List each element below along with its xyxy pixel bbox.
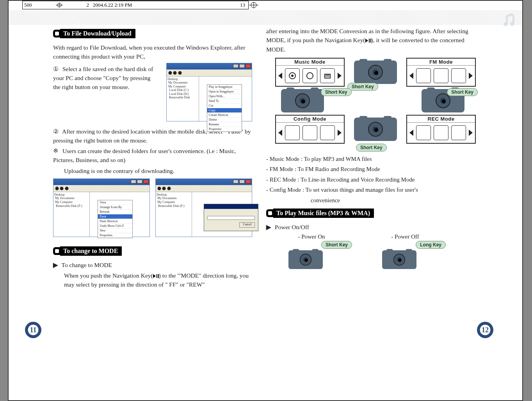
sub-heading-power: ▶ Power On/Off bbox=[266, 223, 473, 232]
device-illustration bbox=[354, 118, 397, 141]
device-illustration bbox=[288, 250, 323, 269]
shortkey-label: Short Key bbox=[321, 88, 352, 96]
shortkey-label: Short Key bbox=[356, 144, 387, 151]
play-pause-icon bbox=[153, 274, 159, 278]
gear-icon bbox=[416, 68, 431, 83]
mode-diagram: Music Mode FM Mode bbox=[266, 58, 485, 144]
triangle-bullet-icon: ▶ bbox=[53, 262, 58, 268]
cancel-button[interactable]: Cancel bbox=[239, 222, 255, 228]
numeral-2: ② bbox=[53, 127, 61, 136]
heading-bullet-icon bbox=[266, 209, 274, 217]
ctx-item[interactable]: Properties bbox=[207, 127, 242, 132]
radio-icon bbox=[320, 68, 335, 83]
device-illustration bbox=[354, 61, 397, 84]
longkey-label: Long Key bbox=[416, 241, 446, 249]
ctx-item[interactable]: Open in Songplayer bbox=[207, 89, 242, 94]
bullet-music: - Music Mode : To play MP3 and WMA files bbox=[266, 155, 473, 164]
ctx-item-highlight[interactable]: Paste bbox=[98, 214, 132, 219]
sub-heading-text: To change to MODE bbox=[62, 262, 112, 268]
dial-icon bbox=[368, 65, 383, 80]
power-diagram: - Power On Short Key - Power Off Long Ke… bbox=[272, 233, 473, 275]
next-icon bbox=[469, 130, 473, 136]
section-heading-play: To Play Music files (MP3 & WMA) bbox=[266, 209, 473, 218]
max-button[interactable] bbox=[239, 64, 245, 68]
section-title: To change to MODE bbox=[60, 246, 122, 256]
next-icon bbox=[338, 130, 342, 136]
ctx-item[interactable]: Properties bbox=[98, 233, 132, 238]
explorer-screenshot-copying: ⬤ ⬤ ⬤ Desktop My Documents My Computer R… bbox=[155, 178, 252, 237]
close-button[interactable] bbox=[246, 64, 251, 68]
mode-title: Config Mode bbox=[276, 116, 344, 123]
ctx-item[interactable]: Arrange Icons By bbox=[98, 205, 132, 210]
folder-tree: Desktop My Documents My Computer Local D… bbox=[167, 77, 199, 121]
ctx-item[interactable]: Delete bbox=[207, 118, 242, 122]
left-page: To File Download/Upload With regard to F… bbox=[22, 25, 252, 376]
play-pause-icon bbox=[365, 39, 371, 43]
header-page: 13 bbox=[240, 2, 245, 8]
device-illustration bbox=[281, 89, 324, 112]
header-timestamp: 2004.6.22 2:19 PM bbox=[93, 2, 132, 8]
print-header: 500 2 2004.6.22 2:19 PM 13 bbox=[22, 1, 249, 9]
ctx-item[interactable]: Create Shortcut bbox=[207, 113, 242, 118]
gear-icon bbox=[285, 68, 300, 83]
radio-icon bbox=[434, 68, 448, 83]
ctx-item[interactable]: Rename bbox=[207, 122, 242, 127]
prev-icon bbox=[409, 130, 413, 136]
shortkey-label: Short Key bbox=[347, 83, 378, 91]
page-number-right: 12 bbox=[477, 322, 493, 338]
step-1: ① Select a file saved on the hard disk o… bbox=[53, 64, 156, 92]
min-button[interactable] bbox=[233, 64, 238, 68]
svg-point-4 bbox=[307, 73, 313, 79]
section-title: To Play Music files (MP3 & WMA) bbox=[273, 209, 374, 218]
ctx-item[interactable]: Cut bbox=[207, 103, 242, 108]
ctx-item[interactable]: Undo Move Ctrl+Z bbox=[98, 224, 132, 228]
ctx-item[interactable]: View bbox=[98, 200, 132, 205]
prev-icon bbox=[278, 130, 282, 136]
section-heading-mode: To change to MODE bbox=[53, 246, 252, 256]
note-line: ※ Users can create the desired folders f… bbox=[53, 146, 252, 165]
ctx-item[interactable]: New bbox=[98, 228, 132, 233]
continuation-text: after entering into the MODE Conversion … bbox=[266, 27, 473, 54]
explorer-screenshot-paste: ⬤ ⬤ ⬤ Desktop My Documents My Computer R… bbox=[53, 178, 150, 237]
power-off-label: - Power Off bbox=[366, 233, 444, 240]
radio-icon bbox=[416, 125, 431, 140]
next-icon bbox=[469, 73, 473, 79]
ctx-item[interactable]: Open With... bbox=[207, 94, 242, 99]
page-spread: 500 2 2004.6.22 2:19 PM 13 To File Downl… bbox=[8, 0, 523, 401]
mode-instruction: When you push the Navigation Key() to th… bbox=[64, 271, 252, 289]
svg-point-3 bbox=[291, 75, 294, 77]
gear-icon bbox=[302, 125, 317, 140]
bullet-fm: - FM Mode : To FM Radio and Recording Mo… bbox=[266, 165, 473, 174]
prev-icon bbox=[278, 73, 282, 79]
device-illustration bbox=[382, 250, 416, 269]
context-menu-paste[interactable]: View Arrange Icons By Refresh Paste Past… bbox=[98, 200, 133, 238]
power-heading: Power On/Off bbox=[275, 224, 309, 230]
mode-card-config: Config Mode bbox=[275, 115, 345, 144]
context-menu[interactable]: Play in Songplayer Open in Songplayer Op… bbox=[207, 84, 242, 132]
heading-bullet-icon bbox=[53, 247, 61, 255]
upload-note: Uploading is on the contrary of download… bbox=[64, 166, 252, 175]
header-sheet: 2 bbox=[87, 2, 89, 8]
right-page: after entering into the MODE Conversion … bbox=[266, 25, 496, 376]
ctx-item[interactable]: Paste Shortcut bbox=[98, 219, 132, 224]
copy-dialog: Cancel bbox=[204, 204, 258, 231]
folder-pane: Play in Songplayer Open in Songplayer Op… bbox=[199, 77, 252, 121]
window-titlebar bbox=[167, 63, 252, 70]
section-heading-download: To File Download/Upload bbox=[53, 29, 252, 38]
ctx-item[interactable]: Send To bbox=[207, 99, 242, 103]
mode-card-fm: FM Mode bbox=[406, 58, 476, 87]
ctx-item[interactable]: Refresh bbox=[98, 210, 132, 214]
sub-heading: ▶ To change to MODE bbox=[53, 260, 252, 269]
mode-title: FM Mode bbox=[407, 59, 475, 66]
ctx-item-highlight[interactable]: Copy bbox=[207, 108, 242, 113]
note-star: ※ bbox=[53, 146, 61, 155]
margin-decoration bbox=[9, 10, 522, 25]
tape-icon bbox=[451, 68, 466, 83]
triangle-bullet-icon: ▶ bbox=[266, 224, 271, 230]
numeral-1: ① bbox=[53, 64, 61, 73]
page-number-left: 11 bbox=[25, 322, 41, 338]
gear-icon bbox=[451, 125, 466, 140]
shortkey-label: Short Key bbox=[447, 88, 478, 96]
intro-text: With regard to File Download, when you e… bbox=[53, 43, 252, 61]
ctx-item[interactable]: Play in Songplayer bbox=[207, 85, 242, 89]
